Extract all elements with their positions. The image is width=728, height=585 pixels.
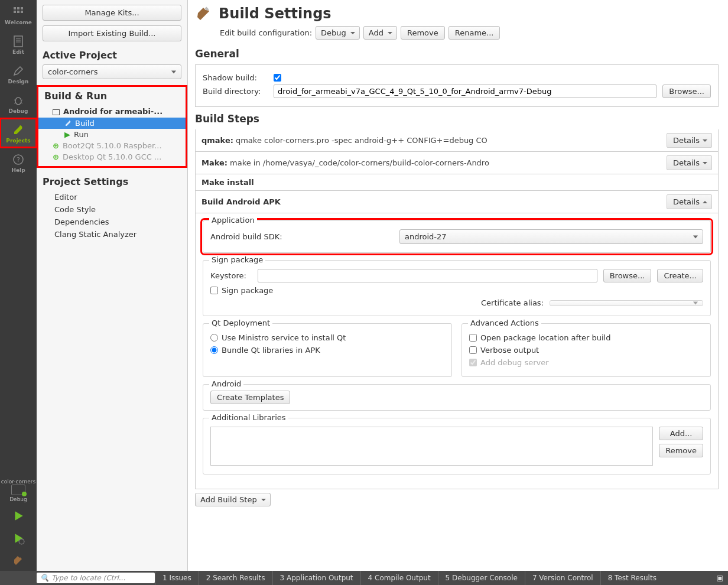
application-group: Application Android build SDK: android-2… xyxy=(203,220,711,253)
debug-server-checkbox xyxy=(469,359,477,366)
build-dir-input[interactable] xyxy=(274,84,656,98)
svg-point-19 xyxy=(19,539,24,544)
svg-rect-1 xyxy=(17,7,20,9)
edit-config-label: Edit build configuration: xyxy=(220,28,312,37)
libs-add-button[interactable]: Add... xyxy=(659,427,703,440)
cert-alias-select[interactable] xyxy=(550,300,703,306)
kit-build[interactable]: Build xyxy=(38,118,186,129)
libs-group-title: Additional Libraries xyxy=(209,413,288,422)
add-config-button[interactable]: Add xyxy=(363,26,397,40)
rename-config-button[interactable]: Rename... xyxy=(448,26,500,40)
keystore-browse-button[interactable]: Browse... xyxy=(603,269,652,282)
wrench-icon xyxy=(12,124,25,136)
kit-desktop[interactable]: ⊕Desktop Qt 5.10.0 GCC ... xyxy=(38,151,186,162)
main-content: Build Settings Edit build configuration:… xyxy=(188,0,728,571)
shadow-build-label: Shadow build: xyxy=(203,73,268,82)
help-icon: ? xyxy=(12,153,25,166)
keystore-create-button[interactable]: Create... xyxy=(657,269,703,282)
page-title: Build Settings xyxy=(219,5,332,22)
ps-dependencies[interactable]: Dependencies xyxy=(43,216,181,228)
search-icon: 🔍 xyxy=(40,574,49,582)
svg-rect-4 xyxy=(17,11,20,13)
pencil-icon xyxy=(12,64,25,77)
ps-code-style[interactable]: Code Style xyxy=(43,203,181,216)
libs-remove-button[interactable]: Remove xyxy=(659,444,703,457)
keystore-label: Keystore: xyxy=(210,271,252,280)
tab-test-results[interactable]: 8 Test Results xyxy=(600,571,664,585)
mode-welcome[interactable]: Welcome xyxy=(0,0,37,30)
mode-projects[interactable]: Projects xyxy=(0,118,37,148)
mode-edit[interactable]: Edit xyxy=(0,30,37,59)
android-sdk-label: Android build SDK: xyxy=(210,232,394,241)
deploy-ministro-radio[interactable] xyxy=(210,334,218,342)
build-button[interactable] xyxy=(0,550,37,571)
verbose-checkbox[interactable] xyxy=(469,346,477,354)
advanced-group: Advanced Actions Open package location a… xyxy=(462,323,711,377)
tab-version-control[interactable]: 7 Version Control xyxy=(525,571,600,585)
step-apk: Build Android APK Details xyxy=(195,191,719,213)
svg-rect-2 xyxy=(21,7,23,9)
locator-input[interactable]: 🔍 Type to locate (Ctrl... xyxy=(37,573,155,583)
import-build-button[interactable]: Import Existing Build... xyxy=(43,25,181,41)
create-templates-button[interactable]: Create Templates xyxy=(210,391,290,404)
make-details-button[interactable]: Details xyxy=(667,155,712,170)
sign-package-label: Sign package xyxy=(222,286,273,295)
plus-icon: ⊕ xyxy=(53,141,59,150)
config-select[interactable]: Debug xyxy=(316,26,360,40)
kit-android[interactable]: Android for armeabi-... xyxy=(38,105,186,118)
qmake-details-button[interactable]: Details xyxy=(667,133,712,148)
project-panel: Manage Kits... Import Existing Build... … xyxy=(37,0,188,571)
svg-rect-5 xyxy=(21,11,23,13)
tab-search-results[interactable]: 2 Search Results xyxy=(199,571,272,585)
mode-design[interactable]: Design xyxy=(0,59,37,89)
apk-details-button[interactable]: Details xyxy=(667,194,712,209)
ps-editor[interactable]: Editor xyxy=(43,191,181,203)
target-selector[interactable]: color-corners Debug xyxy=(0,476,37,505)
libs-group: Additional Libraries Add... Remove xyxy=(203,418,711,474)
step-qmake: qmake: qmake color-corners.pro -spec and… xyxy=(195,129,719,152)
android-group-title: Android xyxy=(209,379,243,388)
plus-icon: ⊕ xyxy=(53,152,59,161)
svg-point-10 xyxy=(15,98,21,105)
device-icon xyxy=(11,485,25,495)
remove-config-button[interactable]: Remove xyxy=(401,26,445,40)
tab-app-output[interactable]: 3 Application Output xyxy=(272,571,360,585)
grid-icon xyxy=(12,5,25,18)
deployment-group-title: Qt Deployment xyxy=(209,318,272,327)
open-pkg-checkbox[interactable] xyxy=(469,334,477,342)
phone-icon xyxy=(53,109,60,115)
step-make: Make: make in /home/vasya/_code/color-co… xyxy=(195,152,719,174)
build-dir-browse-button[interactable]: Browse... xyxy=(662,84,711,98)
tab-issues[interactable]: 1 Issues xyxy=(155,571,199,585)
step-make-install: Make install xyxy=(195,174,719,191)
mode-bar: Welcome Edit Design Debug Projects xyxy=(0,0,37,571)
build-run-section: Build & Run Android for armeabi-... Buil… xyxy=(37,85,187,168)
deploy-bundle-radio[interactable] xyxy=(210,346,218,354)
run-button[interactable] xyxy=(0,505,37,527)
general-heading: General xyxy=(195,48,719,60)
tab-debugger-console[interactable]: 5 Debugger Console xyxy=(438,571,525,585)
sign-package-checkbox[interactable] xyxy=(210,287,218,294)
mode-debug[interactable]: Debug xyxy=(0,89,37,118)
play-icon: ▶ xyxy=(64,130,70,139)
project-settings-heading: Project Settings xyxy=(43,176,181,187)
target-project: color-corners xyxy=(0,479,37,485)
ps-clang[interactable]: Clang Static Analyzer xyxy=(43,228,181,240)
kit-run[interactable]: ▶ Run xyxy=(38,129,186,140)
kit-boot2qt[interactable]: ⊕Boot2Qt 5.10.0 Raspber... xyxy=(38,140,186,151)
svg-rect-0 xyxy=(14,7,16,9)
add-build-step-button[interactable]: Add Build Step xyxy=(195,493,271,506)
output-toggle-icon[interactable]: ▣ xyxy=(712,574,728,582)
active-project-heading: Active Project xyxy=(43,50,181,61)
build-run-heading: Build & Run xyxy=(44,90,186,102)
run-debug-button[interactable] xyxy=(0,527,37,550)
tab-compile-output[interactable]: 4 Compile Output xyxy=(360,571,438,585)
shadow-build-checkbox[interactable] xyxy=(274,74,281,82)
active-project-select[interactable]: color-corners xyxy=(43,64,181,79)
libs-listbox[interactable] xyxy=(210,427,653,466)
android-sdk-select[interactable]: android-27 xyxy=(399,229,703,244)
keystore-input[interactable] xyxy=(258,269,597,282)
mode-help[interactable]: ? Help xyxy=(0,148,37,177)
sign-group-title: Sign package xyxy=(209,255,265,264)
manage-kits-button[interactable]: Manage Kits... xyxy=(43,5,181,21)
